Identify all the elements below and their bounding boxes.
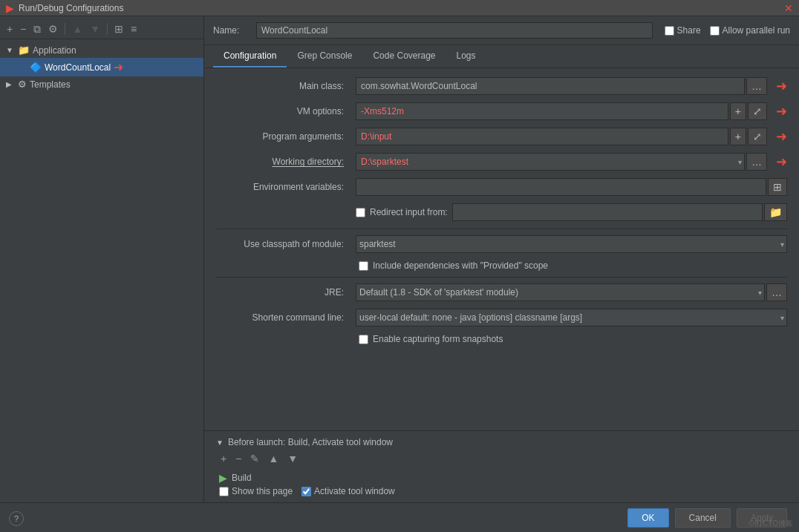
env-vars-edit-button[interactable]: ⊞	[768, 178, 787, 196]
bottom-bar: OK Cancel Apply	[0, 502, 799, 532]
classpath-select[interactable]: sparktest	[356, 235, 787, 253]
annotation-arrow-3: ➜	[776, 103, 787, 119]
redirect-input-checkbox[interactable]	[356, 208, 365, 217]
share-checkbox[interactable]	[665, 26, 674, 36]
folder-icon: 📁	[18, 45, 30, 56]
share-checkbox-label[interactable]: Share	[665, 25, 701, 36]
before-launch-header: ▼ Before launch: Build, Activate tool wi…	[216, 437, 787, 447]
templates-icon: ⚙	[18, 79, 27, 90]
settings-config-button[interactable]: ⚙	[46, 22, 60, 36]
share-label: Share	[677, 25, 701, 36]
include-deps-checkbox[interactable]	[359, 261, 368, 271]
include-deps-label[interactable]: Include dependencies with "Provided" sco…	[373, 260, 548, 271]
jre-select-group: Default (1.8 - SDK of 'sparktest' module…	[356, 283, 787, 301]
move-down-button[interactable]: ▼	[88, 22, 102, 36]
jre-label: JRE:	[216, 287, 350, 298]
tabs: Configuration Grep Console Code Coverage…	[204, 45, 799, 68]
activate-tool-label[interactable]: Activate tool window	[314, 486, 395, 496]
sidebar-item-wordcountlocal[interactable]: 🔷 WordCountLocal ➜	[0, 58, 203, 76]
cancel-button[interactable]: Cancel	[675, 508, 731, 528]
show-page-label[interactable]: Show this page	[232, 486, 293, 496]
toolbar-separator	[65, 23, 65, 35]
sidebar-item-application[interactable]: ▼ 📁 Application	[0, 42, 203, 58]
working-dir-browse-button[interactable]: …	[746, 153, 767, 171]
bl-edit-button[interactable]: ✎	[247, 452, 262, 465]
program-args-row: Program arguments: + ⤢ ➜	[216, 128, 787, 145]
ok-button[interactable]: OK	[627, 508, 668, 528]
shorten-cmd-label: Shorten command line:	[216, 312, 350, 323]
right-panel: Name: Share Allow parallel run Configura…	[204, 16, 799, 502]
redirect-file-input[interactable]	[452, 203, 763, 221]
annotation-arrow-4: ➜	[776, 128, 787, 145]
build-icon: ▶	[219, 472, 227, 484]
tab-code-coverage[interactable]: Code Coverage	[362, 45, 446, 68]
redirect-file-input-group: 📁	[452, 203, 787, 221]
window-title: Run/Debug Configurations	[19, 3, 123, 13]
vm-options-input[interactable]	[356, 102, 728, 120]
activate-tool-checkbox[interactable]	[301, 487, 311, 496]
activate-tool-item: Activate tool window	[301, 486, 395, 496]
program-args-plus-button[interactable]: +	[730, 128, 746, 145]
classpath-row: Use classpath of module: sparktest ▾	[216, 235, 787, 253]
copy-config-button[interactable]: ⧉	[31, 22, 43, 36]
before-launch-section: ▼ Before launch: Build, Activate tool wi…	[204, 430, 799, 502]
tab-configuration[interactable]: Configuration	[213, 45, 287, 68]
allow-parallel-checkbox[interactable]	[710, 26, 720, 36]
vm-options-plus-button[interactable]: +	[730, 102, 746, 120]
bl-add-button[interactable]: +	[218, 452, 229, 465]
sort-config-button[interactable]: ≡	[128, 22, 139, 36]
shorten-cmd-select[interactable]: user-local default: none - java [options…	[356, 309, 787, 326]
main-class-label: Main class:	[216, 81, 350, 91]
separator-2	[216, 277, 787, 278]
jre-browse-button[interactable]: …	[766, 283, 787, 301]
move-config-button[interactable]: ⊞	[112, 22, 125, 36]
before-launch-collapse-icon[interactable]: ▼	[216, 439, 224, 447]
working-dir-label: Working directory:	[216, 157, 350, 167]
title-icon: ▶	[6, 2, 14, 14]
main-class-input[interactable]	[356, 77, 745, 95]
templates-label: Templates	[30, 79, 71, 90]
main-layout: + − ⧉ ⚙ ▲ ▼ ⊞ ≡ ▼ 📁 Application 🔷 WordCo…	[0, 16, 799, 502]
bl-up-button[interactable]: ▲	[265, 452, 281, 465]
build-item: ▶ Build	[216, 470, 787, 486]
shorten-cmd-select-wrapper: user-local default: none - java [options…	[356, 309, 787, 326]
env-vars-input[interactable]	[356, 178, 766, 196]
program-args-expand-button[interactable]: ⤢	[748, 128, 767, 145]
annotation-arrow-1: ➜	[114, 60, 123, 74]
close-icon[interactable]: ✕	[784, 2, 793, 14]
add-config-button[interactable]: +	[4, 22, 15, 36]
sidebar: + − ⧉ ⚙ ▲ ▼ ⊞ ≡ ▼ 📁 Application 🔷 WordCo…	[0, 16, 204, 502]
allow-parallel-label[interactable]: Allow parallel run	[710, 25, 790, 36]
name-checkboxes: Share Allow parallel run	[665, 25, 790, 36]
remove-config-button[interactable]: −	[18, 22, 28, 36]
enable-form-label[interactable]: Enable capturing form snapshots	[373, 334, 503, 344]
config-panel: Main class: … ➜ VM options: + ⤢ ➜ Pr	[204, 68, 799, 430]
classpath-label: Use classpath of module:	[216, 239, 350, 249]
name-input[interactable]	[256, 22, 653, 39]
vm-options-expand-button[interactable]: ⤢	[748, 102, 767, 120]
main-class-browse-button[interactable]: …	[746, 77, 767, 95]
working-dir-row: Working directory: ▾ … ➜	[216, 153, 787, 171]
include-deps-row: Include dependencies with "Provided" sco…	[216, 260, 787, 271]
classpath-select-group: sparktest ▾	[356, 235, 787, 253]
annotation-arrow-5: ➜	[776, 154, 787, 170]
tab-logs[interactable]: Logs	[446, 45, 486, 68]
enable-form-checkbox[interactable]	[359, 335, 368, 344]
show-page-checkbox[interactable]	[219, 487, 229, 496]
separator-1	[216, 229, 787, 229]
redirect-browse-button[interactable]: 📁	[764, 203, 787, 221]
program-args-input[interactable]	[356, 128, 728, 145]
bl-remove-button[interactable]: −	[232, 452, 244, 465]
bl-down-button[interactable]: ▼	[284, 452, 301, 465]
help-button[interactable]: ?	[9, 511, 24, 526]
jre-select[interactable]: Default (1.8 - SDK of 'sparktest' module…	[356, 283, 765, 301]
working-dir-select-wrapper: ▾	[356, 153, 745, 171]
program-args-input-group: + ⤢	[356, 128, 767, 145]
env-vars-input-group: ⊞	[356, 178, 787, 196]
sidebar-item-templates[interactable]: ▶ ⚙ Templates	[0, 76, 203, 92]
toolbar-separator-2	[107, 23, 108, 35]
working-dir-input[interactable]	[356, 153, 745, 171]
tab-grep-console[interactable]: Grep Console	[287, 45, 362, 68]
enable-form-row: Enable capturing form snapshots	[216, 334, 787, 344]
move-up-button[interactable]: ▲	[70, 22, 85, 36]
